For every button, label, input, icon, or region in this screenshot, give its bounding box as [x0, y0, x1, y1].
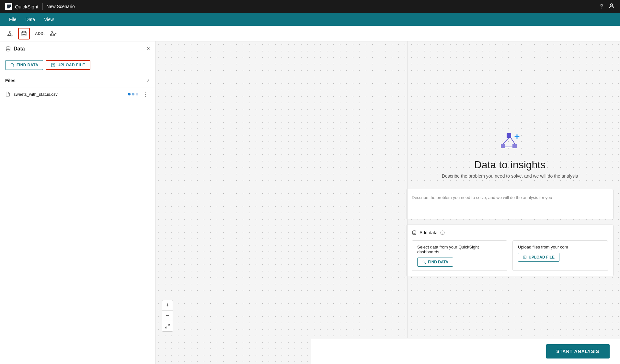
panel-title: Data: [5, 46, 146, 52]
files-collapse-btn[interactable]: ∧: [147, 78, 150, 83]
add-data-card-upload: Upload files from your com UPLOAD FILE: [512, 240, 608, 271]
find-data-card-title: Select data from your QuickSight dashboa…: [417, 245, 502, 254]
svg-line-26: [503, 138, 509, 144]
svg-line-22: [166, 326, 167, 328]
panel-buttons: FIND DATA UPLOAD FILE: [0, 56, 155, 74]
app-name: QuickSight: [15, 4, 39, 9]
svg-point-1: [9, 31, 10, 32]
find-data-btn[interactable]: FIND DATA: [5, 60, 43, 70]
add-data-section: Add data Select data from your QuickSigh…: [406, 225, 614, 276]
logo: QuickSight: [5, 3, 39, 10]
svg-point-35: [423, 261, 425, 263]
top-bar-right: ?: [600, 3, 615, 11]
add-data-header: Add data: [412, 230, 608, 235]
files-title: Files: [5, 78, 16, 83]
insights-subtitle: Describe the problem you need to solve, …: [442, 173, 578, 179]
svg-line-36: [425, 263, 426, 264]
svg-rect-24: [501, 144, 505, 148]
toolbar: ADD:: [0, 26, 620, 41]
inline-find-data-btn[interactable]: FIND DATA: [417, 258, 453, 267]
vertical-separator: [407, 41, 408, 338]
add-network-icon-btn[interactable]: [47, 28, 59, 39]
panel-header: Data ×: [0, 41, 155, 56]
files-section: Files ∧ sweets_with_status.csv ⋮: [0, 74, 155, 364]
svg-line-4: [8, 32, 10, 35]
left-panel: Data × FIND DATA UPLOAD FILE: [0, 41, 155, 364]
help-icon[interactable]: ?: [600, 3, 603, 10]
dot-3: [136, 93, 138, 95]
file-more-menu[interactable]: ⋮: [142, 91, 150, 98]
file-status-dots: [128, 93, 138, 95]
panel-close-btn[interactable]: ×: [146, 45, 150, 52]
logo-square: [5, 3, 12, 10]
scenario-title: New Scenario: [47, 4, 75, 9]
svg-point-17: [11, 63, 13, 66]
svg-point-0: [611, 4, 613, 6]
svg-line-12: [52, 32, 54, 34]
right-main: + −: [155, 41, 620, 364]
insights-icon: [499, 132, 520, 154]
network-icon-btn[interactable]: [4, 28, 16, 39]
upload-file-icon: [51, 63, 55, 67]
map-controls: + −: [162, 300, 173, 332]
insights-title: Data to insights: [474, 159, 546, 171]
svg-rect-25: [512, 144, 517, 148]
insights-panel: Data to insights Describe the problem yo…: [400, 119, 620, 287]
zoom-out-btn[interactable]: −: [162, 311, 173, 321]
upload-file-btn[interactable]: UPLOAD FILE: [46, 60, 90, 70]
inline-search-icon: [422, 260, 426, 264]
zoom-in-btn[interactable]: +: [162, 300, 173, 311]
info-icon: [440, 230, 445, 235]
add-data-cards: Select data from your QuickSight dashboa…: [412, 240, 608, 271]
svg-point-16: [6, 47, 10, 48]
svg-point-10: [54, 34, 55, 36]
svg-line-21: [168, 324, 169, 326]
svg-rect-23: [507, 133, 511, 138]
svg-line-18: [13, 66, 14, 67]
top-bar-divider: [42, 3, 43, 10]
top-bar: QuickSight New Scenario ?: [0, 0, 620, 13]
file-item: sweets_with_status.csv ⋮: [0, 87, 155, 101]
database-icon-btn[interactable]: [18, 28, 30, 39]
file-icon: [5, 91, 10, 97]
description-box: Describe the problem you need to solve, …: [406, 189, 614, 219]
add-data-db-icon: [412, 230, 417, 235]
file-name: sweets_with_status.csv: [14, 92, 125, 97]
data-panel-title: Data: [14, 46, 25, 52]
dot-2: [132, 93, 134, 95]
files-header: Files ∧: [0, 74, 155, 87]
fit-btn[interactable]: [162, 321, 173, 331]
svg-line-27: [511, 138, 515, 144]
svg-point-31: [413, 231, 416, 232]
add-data-card-find: Select data from your QuickSight dashboa…: [412, 240, 507, 271]
logo-icon: [7, 5, 11, 8]
svg-point-2: [7, 35, 8, 36]
svg-line-11: [52, 32, 52, 34]
add-label: ADD:: [35, 31, 45, 36]
main-layout: Data × FIND DATA UPLOAD FILE: [0, 41, 620, 364]
svg-point-8: [52, 31, 53, 32]
add-data-label: Add data: [419, 230, 438, 235]
inline-upload-file-btn[interactable]: UPLOAD FILE: [518, 253, 559, 262]
upload-file-card-title: Upload files from your com: [518, 245, 603, 249]
menu-view[interactable]: View: [40, 16, 58, 23]
menu-data[interactable]: Data: [22, 16, 39, 23]
menu-file[interactable]: File: [5, 16, 20, 23]
svg-point-3: [11, 35, 12, 36]
dot-1: [128, 93, 131, 95]
bottom-bar: START ANALYSIS: [311, 338, 620, 364]
svg-line-5: [10, 32, 11, 35]
user-icon[interactable]: [608, 3, 615, 11]
panel-db-icon: [5, 46, 11, 52]
menu-bar: File Data View: [0, 13, 620, 26]
inline-upload-icon: [523, 255, 527, 259]
find-data-search-icon: [10, 63, 15, 67]
svg-point-7: [22, 31, 26, 33]
start-analysis-btn[interactable]: START ANALYSIS: [546, 344, 610, 358]
svg-point-9: [50, 34, 52, 36]
description-placeholder[interactable]: Describe the problem you need to solve, …: [412, 194, 608, 214]
